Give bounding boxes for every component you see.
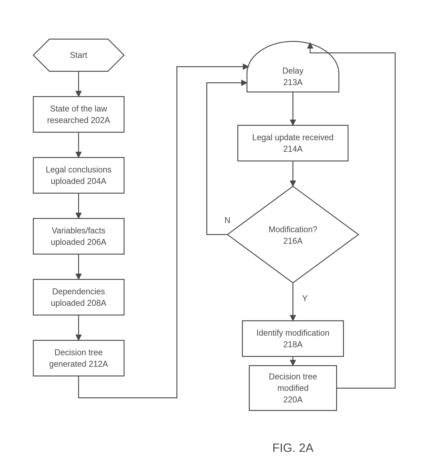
svg-rect-12 (33, 340, 124, 376)
svg-text:Modification?: Modification? (269, 225, 317, 234)
svg-text:218A: 218A (283, 340, 303, 349)
figure-caption: FIG. 2A (272, 441, 313, 454)
svg-text:modified: modified (277, 383, 309, 393)
delay-node: Delay 213A (247, 41, 339, 92)
svg-text:Legal conclusions: Legal conclusions (46, 165, 111, 174)
svg-text:Legal update received: Legal update received (252, 133, 334, 142)
edge-decision-no (207, 83, 247, 235)
svg-text:Dependencies: Dependencies (52, 287, 105, 296)
tree-modified-node: Decision tree modified 220A (249, 366, 337, 410)
edge-label-yes: Y (302, 294, 308, 303)
svg-text:Decision tree: Decision tree (55, 348, 103, 357)
svg-text:Decision tree: Decision tree (269, 372, 317, 381)
svg-rect-9 (33, 279, 124, 315)
identify-node: Identify modification 218A (242, 321, 343, 357)
edge-label-no: N (224, 215, 230, 225)
svg-text:researched  202A: researched 202A (47, 115, 110, 125)
svg-text:uploaded  204A: uploaded 204A (51, 176, 106, 186)
svg-rect-3 (33, 158, 124, 193)
update-node: Legal update received 214A (238, 125, 348, 161)
conclusions-node: Legal conclusions uploaded 204A (33, 158, 124, 193)
flowchart: Start State of the law researched 202A L… (0, 0, 448, 476)
svg-text:uploaded  208A: uploaded 208A (51, 298, 106, 308)
svg-text:Identify modification: Identify modification (256, 328, 329, 338)
svg-text:State of the law: State of the law (50, 104, 107, 113)
start-node: Start (33, 39, 124, 71)
tree-generated-node: Decision tree generated 212A (33, 340, 124, 376)
svg-text:220A: 220A (283, 395, 303, 404)
svg-rect-22 (242, 321, 343, 357)
svg-text:216A: 216A (283, 236, 303, 246)
decision-node: Modification? 216A (227, 186, 358, 283)
svg-text:214A: 214A (283, 144, 303, 154)
variables-node: Variables/facts uploaded 206A (33, 218, 124, 254)
svg-rect-0 (33, 96, 124, 132)
start-label: Start (70, 50, 87, 60)
svg-text:uploaded  206A: uploaded 206A (51, 237, 106, 247)
research-node: State of the law researched 202A (33, 96, 124, 132)
svg-rect-17 (238, 125, 348, 161)
svg-text:Variables/facts: Variables/facts (52, 226, 105, 235)
svg-rect-6 (33, 218, 124, 254)
svg-text:213A: 213A (283, 78, 303, 87)
svg-text:Delay: Delay (282, 66, 304, 75)
svg-text:generated  212A: generated 212A (49, 359, 108, 368)
dependencies-node: Dependencies uploaded 208A (33, 279, 124, 315)
